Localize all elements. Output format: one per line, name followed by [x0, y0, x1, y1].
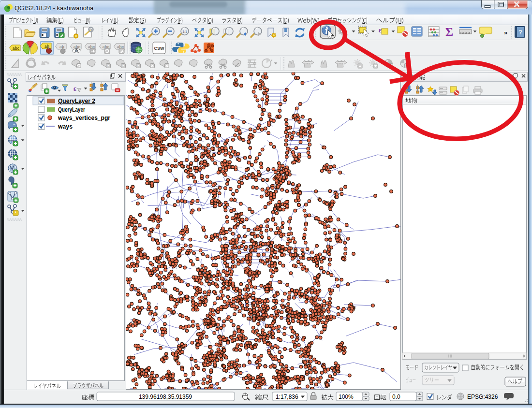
svg-text:ab: ab	[59, 44, 64, 49]
svg-text:QueryLayer 2: QueryLayer 2	[58, 98, 95, 104]
svg-text:1:1: 1:1	[182, 30, 187, 33]
svg-text:100%: 100%	[339, 393, 354, 400]
svg-text:?: ?	[518, 29, 522, 36]
svg-text:CSW: CSW	[154, 46, 165, 51]
svg-text:*: *	[107, 64, 109, 69]
svg-text:abc: abc	[74, 44, 81, 49]
svg-text:ways: ways	[58, 123, 73, 130]
svg-text:ways_vertices_pgr: ways_vertices_pgr	[58, 115, 110, 121]
svg-text:EPSG:4326: EPSG:4326	[467, 393, 498, 400]
svg-text:*: *	[122, 64, 124, 69]
svg-text:0.0: 0.0	[392, 393, 400, 400]
svg-text:1:17,836: 1:17,836	[276, 393, 298, 400]
svg-text:abc: abc	[13, 46, 20, 51]
svg-text:139.96198,35.91359: 139.96198,35.91359	[139, 393, 192, 400]
svg-text:Σ: Σ	[445, 26, 453, 39]
svg-text:ε: ε	[379, 26, 382, 34]
svg-text:ε: ε	[74, 85, 77, 92]
svg-text:QueryLayer: QueryLayer	[58, 106, 85, 113]
svg-text:»: »	[504, 29, 507, 36]
svg-text:*: *	[15, 210, 17, 216]
svg-text:*: *	[137, 64, 139, 69]
